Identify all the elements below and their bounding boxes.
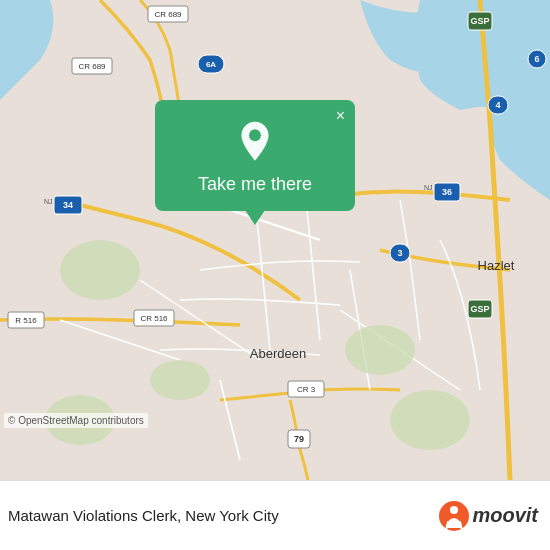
svg-text:4: 4 [495, 100, 500, 110]
svg-point-4 [390, 390, 470, 450]
location-pin-icon [233, 120, 277, 164]
moovit-label: moovit [472, 504, 538, 527]
svg-text:6A: 6A [206, 60, 216, 69]
svg-text:6: 6 [534, 54, 539, 64]
svg-text:NJ: NJ [424, 184, 433, 191]
svg-text:79: 79 [294, 434, 304, 444]
close-button[interactable]: × [336, 108, 345, 124]
svg-text:NJ: NJ [44, 198, 53, 205]
svg-text:CR 516: CR 516 [140, 314, 168, 323]
svg-point-40 [450, 506, 458, 514]
svg-text:R 516: R 516 [15, 316, 37, 325]
svg-text:CR 3: CR 3 [297, 385, 316, 394]
map-popup: × Take me there [155, 100, 355, 211]
svg-text:3: 3 [397, 248, 402, 258]
svg-text:CR 689: CR 689 [78, 62, 106, 71]
svg-text:36: 36 [442, 187, 452, 197]
svg-point-38 [249, 129, 261, 141]
svg-text:Hazlet: Hazlet [478, 258, 515, 273]
take-me-there-button[interactable]: Take me there [198, 174, 312, 195]
svg-text:CR 689: CR 689 [154, 10, 182, 19]
svg-point-1 [60, 240, 140, 300]
svg-point-2 [150, 360, 210, 400]
svg-point-3 [345, 325, 415, 375]
osm-credit: © OpenStreetMap contributors [4, 413, 148, 428]
svg-text:GSP: GSP [470, 16, 489, 26]
map-container[interactable]: GSP GSP CR 689 CR 689 36 NJ 6A 34 NJ 3 R… [0, 0, 550, 480]
bottom-bar: Matawan Violations Clerk, New York City … [0, 480, 550, 550]
moovit-icon [438, 500, 470, 532]
location-name: Matawan Violations Clerk, New York City [8, 507, 438, 524]
svg-text:Aberdeen: Aberdeen [250, 346, 306, 361]
svg-text:GSP: GSP [470, 304, 489, 314]
moovit-logo: moovit [438, 500, 538, 532]
svg-text:34: 34 [63, 200, 73, 210]
